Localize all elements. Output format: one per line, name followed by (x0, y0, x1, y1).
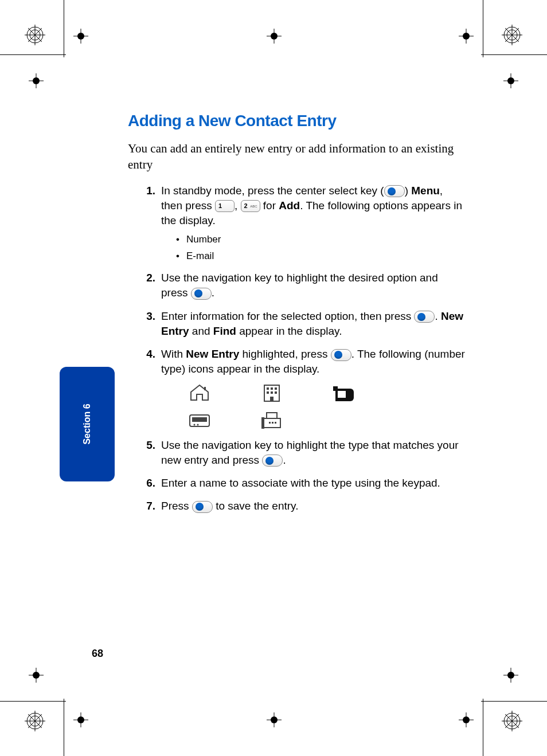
crosshair-icon (503, 668, 518, 683)
office-type-icon (260, 383, 284, 402)
key-1-icon: 1 (215, 200, 235, 212)
fax-type-icon (260, 410, 284, 430)
step-number: 7. (138, 499, 155, 514)
steps-list: 1. In standby mode, press the center sel… (138, 183, 466, 514)
svg-rect-44 (261, 417, 264, 429)
crosshair-icon (29, 73, 44, 88)
pager-type-icon (187, 410, 212, 430)
page-heading: Adding a New Contact Entry (128, 112, 466, 130)
page-number: 68 (92, 648, 103, 660)
crop-mark (483, 699, 483, 756)
step-number: 5. (138, 438, 155, 453)
ok-key-icon: OK (414, 311, 435, 323)
registration-target-icon (25, 25, 45, 45)
intro-paragraph: You can add an entirely new entry or add… (128, 140, 466, 173)
section-tab: Section 6 (60, 367, 115, 481)
crosshair-icon (459, 712, 474, 727)
ok-key-icon: OK (262, 455, 283, 467)
step-number: 6. (138, 476, 155, 491)
step-2: 2. Use the navigation key to highlight t… (138, 271, 466, 300)
svg-rect-31 (275, 387, 277, 390)
crop-mark (481, 701, 547, 702)
step-1: 1. In standby mode, press the center sel… (138, 183, 466, 263)
svg-rect-32 (267, 391, 269, 394)
page: Section 6 Adding a New Contact Entry You… (0, 0, 547, 756)
svg-rect-37 (333, 386, 338, 391)
step-1-options: Number E-mail (176, 233, 466, 263)
step-6: 6. Enter a name to associate with the ty… (138, 476, 466, 491)
registration-target-icon (502, 711, 522, 731)
crosshair-icon (73, 29, 88, 44)
step-3: 3. Enter information for the selected op… (138, 309, 466, 339)
number-type-icons (187, 383, 466, 430)
registration-target-icon (502, 25, 522, 45)
crosshair-icon (459, 29, 474, 44)
crop-mark (481, 54, 547, 55)
ok-key-icon: OK (191, 288, 212, 300)
crosshair-icon (29, 668, 44, 683)
step-5: 5. Use the navigation key to highlight t… (138, 438, 466, 468)
svg-rect-35 (270, 397, 274, 401)
option-number: Number (176, 233, 466, 246)
crop-mark (483, 0, 483, 57)
svg-rect-47 (275, 422, 276, 424)
content-area: Adding a New Contact Entry You can add a… (128, 112, 466, 522)
crosshair-icon (73, 712, 88, 727)
step-number: 1. (138, 183, 155, 198)
crop-mark (64, 0, 64, 57)
crosshair-icon (503, 73, 518, 88)
svg-rect-45 (269, 422, 271, 424)
svg-point-40 (194, 424, 196, 425)
step-7: 7. Press OK to save the entry. (138, 499, 466, 514)
svg-rect-27 (204, 387, 206, 390)
home-type-icon (187, 383, 212, 402)
svg-rect-33 (271, 391, 273, 394)
step-4: 4. With New Entry highlighted, press OK.… (138, 347, 466, 429)
step-number: 2. (138, 271, 155, 285)
step-number: 3. (138, 309, 155, 324)
option-email: E-mail (176, 249, 466, 263)
ok-key-icon: OK (384, 185, 405, 197)
crop-mark (0, 54, 66, 55)
mobile-type-icon (332, 383, 356, 402)
svg-rect-46 (272, 422, 274, 424)
key-2-icon: 2ABC (241, 200, 260, 212)
ok-key-icon: OK (192, 501, 213, 513)
step-number: 4. (138, 347, 155, 362)
section-tab-label: Section 6 (82, 404, 92, 444)
registration-target-icon (25, 711, 45, 731)
svg-rect-29 (267, 387, 269, 390)
svg-rect-34 (275, 391, 277, 394)
crop-mark (64, 699, 64, 756)
svg-rect-36 (338, 391, 346, 398)
ok-key-icon: OK (331, 349, 351, 361)
crosshair-icon (267, 712, 282, 727)
crosshair-icon (267, 29, 282, 44)
svg-rect-39 (192, 417, 207, 422)
svg-rect-30 (271, 387, 273, 390)
svg-rect-43 (267, 413, 277, 418)
svg-point-41 (197, 424, 199, 425)
crop-mark (0, 701, 66, 702)
